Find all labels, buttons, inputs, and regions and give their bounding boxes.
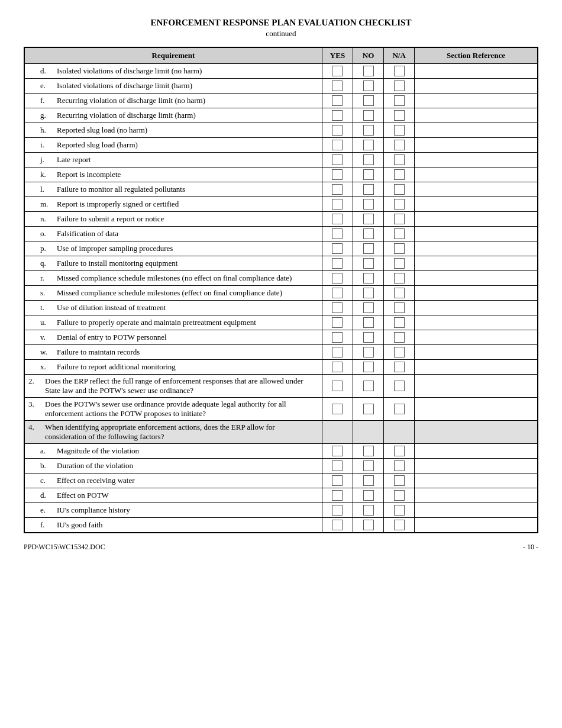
yes-cell[interactable] [322, 459, 353, 473]
yes-cell[interactable] [322, 473, 353, 488]
na-cell-checkbox[interactable] [394, 214, 405, 224]
na-cell-checkbox[interactable] [394, 273, 405, 284]
na-cell[interactable] [384, 182, 415, 197]
no-cell[interactable] [353, 256, 384, 271]
na-cell-checkbox[interactable] [394, 446, 405, 456]
yes-cell[interactable] [322, 375, 353, 398]
yes-cell-checkbox[interactable] [332, 446, 343, 456]
na-cell-checkbox[interactable] [394, 258, 405, 269]
na-cell[interactable] [384, 256, 415, 271]
na-cell-checkbox[interactable] [394, 80, 405, 91]
yes-cell-checkbox[interactable] [332, 228, 343, 239]
yes-cell[interactable] [322, 271, 353, 286]
yes-cell-checkbox[interactable] [332, 505, 343, 516]
na-cell[interactable] [384, 212, 415, 227]
no-cell-checkbox[interactable] [363, 505, 374, 516]
no-cell[interactable] [353, 227, 384, 241]
no-cell-checkbox[interactable] [363, 258, 374, 269]
no-cell[interactable] [353, 123, 384, 138]
no-cell[interactable] [353, 182, 384, 197]
na-cell-checkbox[interactable] [394, 460, 405, 471]
no-cell[interactable] [353, 503, 384, 518]
yes-cell[interactable] [322, 345, 353, 360]
no-cell[interactable] [353, 473, 384, 488]
na-cell[interactable] [384, 444, 415, 459]
na-cell-checkbox[interactable] [394, 243, 405, 254]
yes-cell[interactable] [322, 360, 353, 375]
yes-cell[interactable] [322, 79, 353, 94]
na-cell[interactable] [384, 315, 415, 330]
na-cell-checkbox[interactable] [394, 332, 405, 343]
no-cell-checkbox[interactable] [363, 214, 374, 224]
yes-cell[interactable] [322, 94, 353, 108]
no-cell-checkbox[interactable] [363, 125, 374, 136]
na-cell-checkbox[interactable] [394, 347, 405, 357]
no-cell[interactable] [353, 79, 384, 94]
na-cell-checkbox[interactable] [394, 154, 405, 165]
yes-cell-checkbox[interactable] [332, 169, 343, 180]
yes-cell-checkbox[interactable] [332, 110, 343, 121]
no-cell[interactable] [353, 212, 384, 227]
na-cell-checkbox[interactable] [394, 288, 405, 298]
no-cell-checkbox[interactable] [363, 446, 374, 456]
yes-cell-checkbox[interactable] [332, 184, 343, 195]
no-cell[interactable] [353, 301, 384, 315]
yes-cell-checkbox[interactable] [332, 66, 343, 76]
na-cell-checkbox[interactable] [394, 302, 405, 313]
yes-cell[interactable] [322, 241, 353, 256]
no-cell[interactable] [353, 197, 384, 212]
yes-cell-checkbox[interactable] [332, 214, 343, 224]
no-cell[interactable] [353, 153, 384, 167]
yes-cell[interactable] [322, 227, 353, 241]
no-cell[interactable] [353, 241, 384, 256]
na-cell[interactable] [384, 167, 415, 182]
na-cell[interactable] [384, 153, 415, 167]
yes-cell-checkbox[interactable] [332, 362, 343, 372]
yes-cell-checkbox[interactable] [332, 347, 343, 357]
yes-cell-checkbox[interactable] [332, 490, 343, 501]
yes-cell[interactable] [322, 197, 353, 212]
yes-cell-checkbox[interactable] [332, 80, 343, 91]
no-cell-checkbox[interactable] [363, 184, 374, 195]
yes-cell-checkbox[interactable] [332, 140, 343, 150]
no-cell-checkbox[interactable] [363, 80, 374, 91]
yes-cell-checkbox[interactable] [332, 404, 343, 414]
no-cell-checkbox[interactable] [363, 199, 374, 210]
na-cell-checkbox[interactable] [394, 66, 405, 76]
yes-cell[interactable] [322, 182, 353, 197]
yes-cell[interactable] [322, 330, 353, 345]
no-cell-checkbox[interactable] [363, 95, 374, 106]
na-cell[interactable] [384, 94, 415, 108]
yes-cell[interactable] [322, 108, 353, 123]
yes-cell[interactable] [322, 256, 353, 271]
no-cell-checkbox[interactable] [363, 520, 374, 530]
yes-cell[interactable] [322, 315, 353, 330]
na-cell[interactable] [384, 345, 415, 360]
na-cell[interactable] [384, 360, 415, 375]
na-cell-checkbox[interactable] [394, 505, 405, 516]
no-cell-checkbox[interactable] [363, 169, 374, 180]
no-cell[interactable] [353, 315, 384, 330]
na-cell-checkbox[interactable] [394, 317, 405, 328]
na-cell-checkbox[interactable] [394, 199, 405, 210]
yes-cell-checkbox[interactable] [332, 95, 343, 106]
no-cell-checkbox[interactable] [363, 475, 374, 486]
na-cell[interactable] [384, 488, 415, 503]
na-cell[interactable] [384, 330, 415, 345]
na-cell[interactable] [384, 123, 415, 138]
no-cell[interactable] [353, 518, 384, 533]
yes-cell-checkbox[interactable] [332, 199, 343, 210]
no-cell-checkbox[interactable] [363, 140, 374, 150]
no-cell[interactable] [353, 398, 384, 421]
na-cell-checkbox[interactable] [394, 110, 405, 121]
na-cell[interactable] [384, 459, 415, 473]
na-cell[interactable] [384, 503, 415, 518]
yes-cell-checkbox[interactable] [332, 317, 343, 328]
no-cell[interactable] [353, 64, 384, 79]
yes-cell[interactable] [322, 488, 353, 503]
no-cell-checkbox[interactable] [363, 332, 374, 343]
na-cell-checkbox[interactable] [394, 95, 405, 106]
no-cell[interactable] [353, 167, 384, 182]
no-cell[interactable] [353, 444, 384, 459]
no-cell[interactable] [353, 271, 384, 286]
